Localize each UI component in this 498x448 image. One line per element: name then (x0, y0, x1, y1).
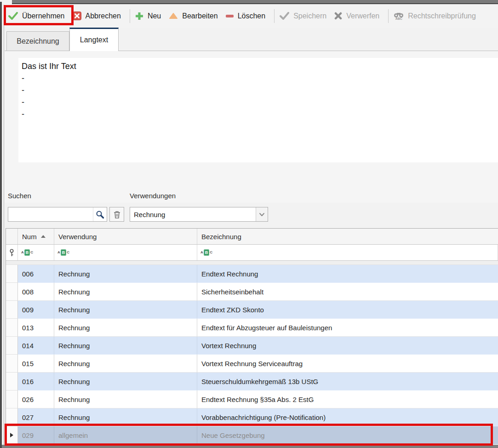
filter-cell-verwendung[interactable]: ABC (54, 245, 197, 260)
check-icon (8, 12, 18, 20)
row-indicator (6, 319, 18, 337)
window-top-border (12, 0, 498, 4)
verwendungen-label: Verwendungen (130, 192, 176, 200)
row-indicator (6, 301, 18, 319)
toolbar: Übernehmen Abbrechen Neu Bearbeiten Lösc… (5, 4, 498, 28)
tab-bezeichnung[interactable]: Bezeichnung (6, 31, 69, 51)
table-row-008[interactable]: 008 Rechnung Sicherheitseinbehalt (6, 283, 498, 301)
window-left-border (0, 2, 2, 448)
bearbeiten-label: Bearbeiten (182, 12, 218, 20)
row-indicator (6, 391, 18, 408)
column-header-bezeichnung[interactable]: Bezeichnung (197, 229, 498, 244)
tab-langtext[interactable]: Langtext (69, 28, 119, 51)
rechtschreibpruefung-label: Rechtschreibprüfung (408, 12, 476, 20)
neu-button[interactable]: Neu (135, 12, 161, 20)
check-icon-disabled (280, 12, 289, 20)
toolbar-separator (130, 9, 130, 23)
table-row-026[interactable]: 026 Rechnung Endtext Rechnung §35a Abs. … (6, 391, 498, 408)
table-row-029-selected[interactable]: 029 allgemein Neue Gesetzgebung (6, 426, 498, 444)
window-bottom-border (2, 445, 498, 448)
verwerfen-label: Verwerfen (346, 12, 379, 20)
dropdown-selected-value: Rechnung (130, 207, 256, 221)
row-indicator (6, 408, 18, 426)
app-window: Übernehmen Abbrechen Neu Bearbeiten Lösc… (0, 0, 498, 448)
editor-line: - (22, 72, 493, 84)
row-indicator (6, 355, 18, 373)
bearbeiten-button[interactable]: Bearbeiten (169, 12, 218, 20)
table-row-016[interactable]: 016 Rechnung Steuerschuldumkehrgemäß 13b… (6, 373, 498, 391)
abbrechen-label: Abbrechen (86, 12, 121, 20)
table-header-row: Num Verwendung Bezeichnung (6, 229, 498, 245)
filter-pin-icon (9, 249, 14, 257)
magnifier-icon (96, 210, 104, 219)
chevron-down-icon (259, 213, 265, 217)
current-row-arrow-icon (10, 433, 13, 437)
row-indicator (6, 337, 18, 355)
speichern-label: Speichern (293, 12, 326, 20)
filter-cell-bezeichnung[interactable]: ABC (197, 245, 498, 260)
row-indicator (6, 283, 18, 301)
column-header-num[interactable]: Num (18, 229, 54, 244)
cancel-icon (73, 11, 81, 20)
verwerfen-button[interactable]: Verwerfen (334, 12, 379, 20)
editor-line: - (22, 84, 493, 96)
tab-strip: Bezeichnung Langtext (5, 28, 498, 51)
loeschen-button[interactable]: Löschen (226, 12, 266, 20)
dropdown-open-button[interactable] (256, 207, 268, 221)
toolbar-separator (388, 9, 389, 23)
table-row-013[interactable]: 013 Rechnung Endtext für Abzugsteuer auf… (6, 319, 498, 337)
search-box (8, 207, 107, 222)
plus-icon (135, 12, 143, 20)
neu-label: Neu (148, 12, 161, 20)
row-indicator-current (6, 426, 18, 444)
header-body-gap (6, 261, 498, 265)
toolbar-separator (274, 9, 275, 23)
rechtschreibpruefung-button[interactable]: ABC Rechtschreibprüfung (394, 12, 476, 20)
search-input[interactable] (8, 207, 93, 221)
table-row-027[interactable]: 027 Rechnung Vorabbenachrichtigung (Pre-… (6, 408, 498, 426)
tab-langtext-label: Langtext (80, 36, 108, 44)
table-row-006[interactable]: 006 Rechnung Endtext Rechnung (6, 265, 498, 283)
tab-bezeichnung-label: Bezeichnung (17, 37, 59, 46)
langtext-editor[interactable]: Das ist Ihr Text - - - - (18, 58, 498, 162)
verwendungen-dropdown[interactable]: Rechnung (130, 207, 268, 222)
minus-icon (226, 15, 234, 17)
texts-table: Num Verwendung Bezeichnung ABC ABC ABC (6, 228, 498, 445)
langtext-panel: Das ist Ihr Text - - - - (5, 51, 498, 203)
table-row-015[interactable]: 015 Rechnung Vortext Rechnung Serviceauf… (6, 355, 498, 373)
filter-row-indicator (6, 245, 18, 260)
row-indicator (6, 265, 18, 283)
uebernehmen-button[interactable]: Übernehmen (8, 12, 65, 20)
speichern-button[interactable]: Speichern (280, 12, 326, 20)
editor-line: - (22, 108, 493, 120)
text-filter-abc-icon: ABC (21, 249, 33, 256)
x-icon-disabled (334, 12, 342, 20)
triangle-icon (169, 12, 178, 19)
auto-filter-row: ABC ABC ABC (6, 245, 498, 261)
table-row-009[interactable]: 009 Rechnung Endtext ZKD Skonto (6, 301, 498, 319)
text-filter-abc-icon: ABC (57, 249, 69, 256)
trash-icon (114, 211, 120, 218)
filter-cell-num[interactable]: ABC (18, 245, 54, 260)
editor-line: Das ist Ihr Text (22, 60, 493, 72)
search-button[interactable] (93, 207, 107, 221)
sort-ascending-icon (41, 235, 46, 238)
clear-search-button[interactable] (109, 207, 124, 222)
row-indicator (6, 373, 18, 391)
text-filter-abc-icon: ABC (200, 249, 212, 256)
editor-line: - (22, 96, 493, 108)
abbrechen-button[interactable]: Abbrechen (73, 11, 121, 20)
window-left-inner-border (4, 5, 4, 445)
spellcheck-binoculars-icon: ABC (394, 12, 404, 20)
loeschen-label: Löschen (238, 12, 266, 20)
table-row-014[interactable]: 014 Rechnung Vortext Rechnung (6, 337, 498, 355)
uebernehmen-label: Übernehmen (22, 12, 65, 20)
search-label: Suchen (8, 192, 31, 200)
header-indicator-cell (6, 229, 18, 244)
column-header-verwendung[interactable]: Verwendung (54, 229, 197, 244)
